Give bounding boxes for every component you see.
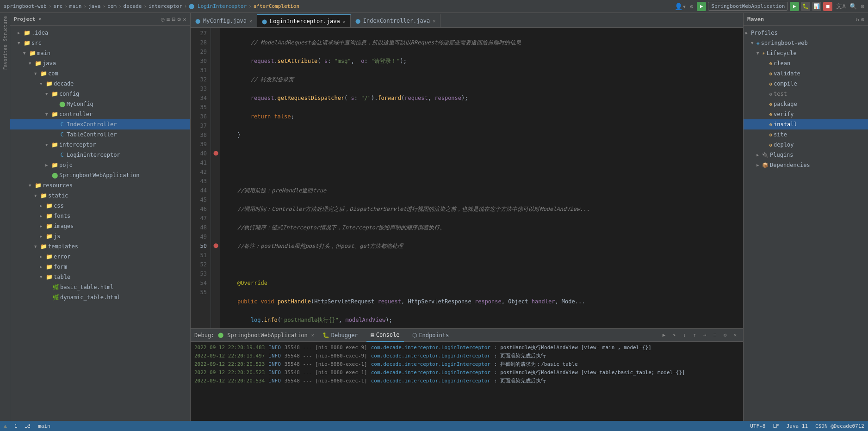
sidebar-expand-button[interactable]: ≡ bbox=[167, 16, 170, 23]
maven-item-deploy[interactable]: ⚙ deploy bbox=[744, 140, 868, 150]
debug-button[interactable]: 🐛 bbox=[801, 2, 810, 11]
maven-settings-button[interactable]: ⚙ bbox=[861, 16, 864, 23]
tree-item-pojo[interactable]: ▶ 📁 pojo bbox=[10, 160, 190, 170]
tree-item-idea[interactable]: ▶ 📁 .idea bbox=[10, 28, 190, 38]
tree-item-src[interactable]: ▼ 📁 src bbox=[10, 38, 190, 48]
gutter-50-bp[interactable]: ⬤ bbox=[211, 240, 220, 250]
tree-item-dynamic-table[interactable]: ▶ 🌿 dynamic_table.html bbox=[10, 292, 190, 302]
tab-close-logininterceptor[interactable]: ✕ bbox=[343, 19, 346, 24]
console-area[interactable]: 2022-09-12 22:20:19.483 INFO 35548 --- [… bbox=[191, 342, 743, 421]
stop-button[interactable]: ■ bbox=[823, 2, 832, 11]
maven-site-icon: ⚙ bbox=[769, 132, 772, 137]
sidebar-settings-button[interactable]: ⚙ bbox=[177, 16, 181, 23]
breadcrumb-decade[interactable]: decade bbox=[124, 3, 142, 9]
tree-item-css[interactable]: ▶ 📁 css bbox=[10, 201, 190, 211]
debug-tab-console[interactable]: ▤ Console bbox=[366, 329, 404, 342]
step-over-button[interactable]: ↷ bbox=[670, 331, 678, 339]
maven-item-springboot-web[interactable]: ▼ ◈ springboot-web bbox=[744, 38, 868, 48]
tree-item-form[interactable]: ▶ 📁 form bbox=[10, 262, 190, 272]
maven-label-springboot-web: springboot-web bbox=[761, 40, 808, 46]
config-selector[interactable]: SpringbootWebApplication bbox=[708, 2, 788, 11]
tree-item-images[interactable]: ▶ 📁 images bbox=[10, 221, 190, 231]
run-button[interactable]: ▶ bbox=[697, 2, 706, 11]
breadcrumb-main[interactable]: main bbox=[69, 3, 82, 9]
settings-icon[interactable]: ⚙ bbox=[690, 3, 693, 10]
breadcrumb-src[interactable]: src bbox=[53, 3, 62, 9]
run-to-cursor-button[interactable]: ⇥ bbox=[701, 331, 709, 339]
breadcrumb-com[interactable]: com bbox=[107, 3, 117, 9]
maven-item-test[interactable]: ⚙ test bbox=[744, 89, 868, 99]
close-debug-button[interactable]: ✕ bbox=[731, 331, 739, 339]
tab-close-indexcontroller[interactable]: ✕ bbox=[433, 18, 435, 24]
maven-item-plugins[interactable]: ▶ 🔌 Plugins bbox=[744, 150, 868, 160]
evaluate-button[interactable]: ≡ bbox=[711, 331, 719, 339]
tree-item-interceptor-folder[interactable]: ▼ 📁 interceptor bbox=[10, 140, 190, 150]
run-with-coverage-button[interactable]: 📊 bbox=[812, 2, 821, 11]
tree-item-fonts[interactable]: ▶ 📁 fonts bbox=[10, 211, 190, 221]
sidebar-close-button[interactable]: ✕ bbox=[183, 16, 186, 23]
java-version-label[interactable]: Java 11 bbox=[787, 423, 808, 429]
debug-tab-endpoints[interactable]: ⬡ Endpoints bbox=[408, 329, 453, 342]
tree-item-com[interactable]: ▼ 📁 com bbox=[10, 68, 190, 79]
breadcrumb-interceptor[interactable]: interceptor bbox=[149, 3, 182, 9]
tree-item-main[interactable]: ▼ 📁 main bbox=[10, 48, 190, 58]
step-into-button[interactable]: ↓ bbox=[680, 331, 688, 339]
user-icon[interactable]: 👤▾ bbox=[675, 3, 686, 10]
maven-item-compile[interactable]: ⚙ compile bbox=[744, 79, 868, 89]
tab-indexcontroller[interactable]: ⬤ IndexController.java ✕ bbox=[351, 14, 441, 27]
tree-item-table[interactable]: ▼ 📁 table bbox=[10, 272, 190, 282]
encoding-label[interactable]: UTF-8 bbox=[750, 423, 765, 429]
tree-item-js[interactable]: ▶ 📁 js bbox=[10, 231, 190, 241]
maven-item-site[interactable]: ⚙ site bbox=[744, 129, 868, 140]
step-out-button[interactable]: ↑ bbox=[690, 331, 699, 339]
maven-item-clean[interactable]: ⚙ clean bbox=[744, 58, 868, 68]
translate-icon[interactable]: 文A bbox=[836, 2, 846, 11]
tree-item-error[interactable]: ▶ 📁 error bbox=[10, 252, 190, 262]
tree-item-springbootwebapp[interactable]: ▶ ⬤ SpringbootWebApplication bbox=[10, 170, 190, 180]
maven-item-lifecycle[interactable]: ▼ ⚡ Lifecycle bbox=[744, 48, 868, 58]
gutter-40-bp[interactable]: ⬤ bbox=[211, 148, 220, 157]
tab-myconfig[interactable]: ⬤ MyConfig.java ✕ bbox=[191, 14, 257, 27]
structure-tab[interactable]: Structure bbox=[1, 15, 9, 43]
folder-arrow-java: ▼ bbox=[29, 61, 34, 66]
tab-logininterceptor[interactable]: ⬤ LoginInterceptor.java ✕ bbox=[257, 14, 351, 27]
sidebar-collapse-button[interactable]: ⊟ bbox=[172, 16, 176, 23]
maven-item-verify[interactable]: ⚙ verify bbox=[744, 109, 868, 119]
maven-refresh-button[interactable]: ↻ bbox=[856, 16, 859, 23]
breadcrumb-java[interactable]: java bbox=[88, 3, 101, 9]
line-sep-label[interactable]: LF bbox=[773, 423, 779, 429]
sidebar-locate-button[interactable]: ◎ bbox=[161, 16, 165, 23]
maven-item-profiles[interactable]: ▶ Profiles bbox=[744, 28, 868, 38]
tree-item-decade[interactable]: ▼ 📁 decade bbox=[10, 79, 190, 89]
tree-item-controller[interactable]: ▼ 📁 controller bbox=[10, 109, 190, 119]
search-everywhere-icon[interactable]: 🔍 bbox=[849, 3, 857, 10]
tree-item-java[interactable]: ▼ 📁 java bbox=[10, 58, 190, 68]
maven-item-install[interactable]: ⚙ install bbox=[744, 119, 868, 129]
debug-tab-debugger[interactable]: 🐛 Debugger bbox=[318, 329, 363, 342]
maven-item-validate[interactable]: ⚙ validate bbox=[744, 68, 868, 79]
settings-gear-icon[interactable]: ⚙ bbox=[861, 3, 864, 10]
maven-item-package[interactable]: ⚙ package bbox=[744, 99, 868, 109]
no-arrow-logininterceptor: ▶ bbox=[53, 153, 58, 157]
favorites-tab[interactable]: Favorites bbox=[1, 43, 9, 71]
debug-close-session[interactable]: ✕ bbox=[311, 332, 314, 338]
gutter-47 bbox=[211, 213, 220, 222]
tab-close-myconfig[interactable]: ✕ bbox=[249, 18, 252, 24]
maven-item-dependencies[interactable]: ▶ 📦 Dependencies bbox=[744, 160, 868, 170]
tree-item-myconfig[interactable]: ▶ ⬤ MyConfig bbox=[10, 99, 190, 109]
tree-item-config[interactable]: ▼ 📁 config bbox=[10, 89, 190, 99]
tree-item-basic-table[interactable]: ▶ 🌿 basic_table.html bbox=[10, 282, 190, 292]
settings-debug-button[interactable]: ⚙ bbox=[721, 331, 729, 339]
log-level-1: INFO bbox=[268, 344, 281, 352]
tree-item-static[interactable]: ▼ 📁 static bbox=[10, 191, 190, 201]
breadcrumb-springboot-web[interactable]: springboot-web bbox=[4, 3, 47, 9]
tree-item-resources[interactable]: ▼ 📁 resources bbox=[10, 180, 190, 191]
tree-item-templates[interactable]: ▼ 📁 templates bbox=[10, 241, 190, 252]
tree-item-logininterceptor[interactable]: ▶ C LoginInterceptor bbox=[10, 150, 190, 160]
resume-button[interactable]: ▶ bbox=[660, 331, 668, 339]
tree-item-indexcontroller[interactable]: ▶ C IndexController bbox=[10, 119, 190, 129]
run-app-button[interactable]: ▶ bbox=[790, 2, 799, 11]
breadcrumb-logininterceptor[interactable]: ⬤ LoginInterceptor bbox=[189, 3, 247, 9]
tree-item-tablecontroller[interactable]: ▶ C TableController bbox=[10, 129, 190, 140]
code-content[interactable]: // ModelAndRequest会让请求域中查询信息，所以这里可以以RReq… bbox=[220, 28, 743, 328]
